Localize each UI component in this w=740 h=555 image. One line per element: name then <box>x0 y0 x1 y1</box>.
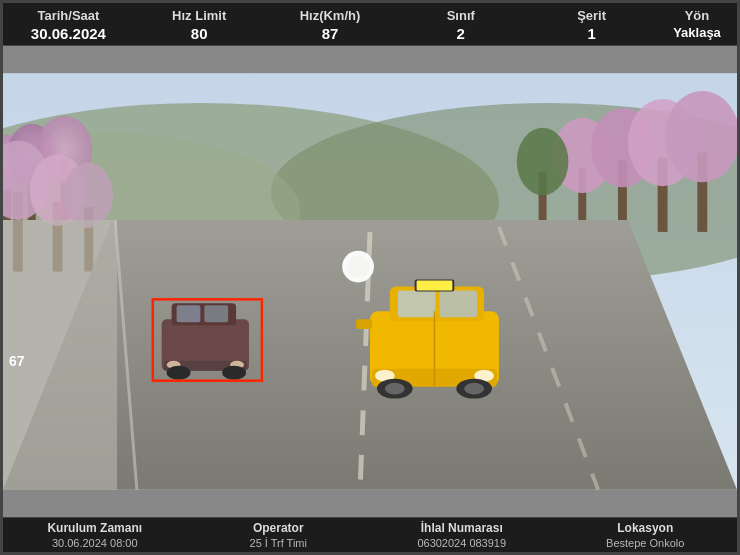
value-sinif: 2 <box>395 24 526 43</box>
main-screen: Tarih/Saat Hız Limit Hız(Km/h) Sınıf Şer… <box>0 0 740 555</box>
value-lokasyon: Bestepe Onkolo <box>554 536 738 550</box>
label-ihlal-numarasi: İhlal Numarası <box>370 520 554 536</box>
svg-point-44 <box>464 383 484 395</box>
footer-panel: Kurulum Zamanı Operator İhlal Numarası L… <box>3 517 737 552</box>
svg-rect-49 <box>177 305 201 322</box>
svg-point-24 <box>665 91 737 182</box>
label-yon: Yön <box>657 7 737 24</box>
svg-rect-34 <box>398 290 436 317</box>
value-hiz-kmh: 87 <box>265 24 396 43</box>
svg-point-54 <box>167 366 191 380</box>
camera-view: 67 <box>3 46 737 517</box>
value-yon: Yaklaşa <box>657 24 737 43</box>
svg-rect-35 <box>439 290 477 317</box>
label-kurulum-zamani: Kurulum Zamanı <box>3 520 187 536</box>
svg-rect-37 <box>417 281 453 291</box>
svg-text:67: 67 <box>9 353 25 369</box>
header-labels: Tarih/Saat Hız Limit Hız(Km/h) Sınıf Şer… <box>3 7 737 24</box>
footer-values: 30.06.2024 08:00 25 İ Trf Timi 06302024 … <box>3 536 737 550</box>
value-kurulum-zamani: 30.06.2024 08:00 <box>3 536 187 550</box>
svg-point-55 <box>222 366 246 380</box>
road-scene-svg: 67 <box>3 46 737 517</box>
label-tarih-saat: Tarih/Saat <box>3 7 134 24</box>
header-panel: Tarih/Saat Hız Limit Hız(Km/h) Sınıf Şer… <box>3 3 737 46</box>
svg-rect-50 <box>204 305 228 322</box>
svg-point-42 <box>385 383 405 395</box>
svg-rect-46 <box>356 319 372 329</box>
value-serit: 1 <box>526 24 657 43</box>
label-hiz-kmh: Hız(Km/h) <box>265 7 396 24</box>
label-sinif: Sınıf <box>395 7 526 24</box>
value-tarih-saat: 30.06.2024 <box>3 24 134 43</box>
svg-point-26 <box>517 128 569 195</box>
value-operator: 25 İ Trf Timi <box>187 536 371 550</box>
value-ihlal-numarasi: 06302024 083919 <box>370 536 554 550</box>
label-operator: Operator <box>187 520 371 536</box>
label-lokasyon: Lokasyon <box>554 520 738 536</box>
svg-point-58 <box>347 256 369 278</box>
value-hiz-limit: 80 <box>134 24 265 43</box>
header-values: 30.06.2024 80 87 2 1 Yaklaşa <box>3 24 737 43</box>
label-serit: Şerit <box>526 7 657 24</box>
footer-labels: Kurulum Zamanı Operator İhlal Numarası L… <box>3 520 737 536</box>
svg-point-16 <box>64 162 114 227</box>
label-hiz-limit: Hız Limit <box>134 7 265 24</box>
